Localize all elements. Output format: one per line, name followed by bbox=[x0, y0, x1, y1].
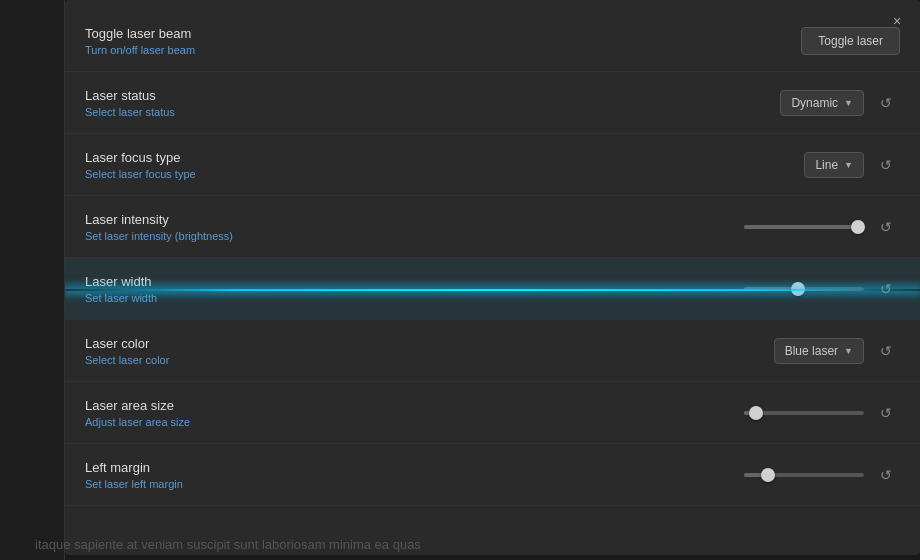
setting-title-laser-width: Laser width bbox=[85, 274, 720, 289]
setting-desc-laser-area-size: Adjust laser area size bbox=[85, 416, 720, 428]
settings-list: Toggle laser beamTurn on/off laser beamT… bbox=[65, 0, 920, 555]
setting-row-laser-area-size: Laser area sizeAdjust laser area size↺ bbox=[65, 382, 920, 444]
setting-desc-laser-color: Select laser color bbox=[85, 354, 720, 366]
setting-title-laser-focus-type: Laser focus type bbox=[85, 150, 720, 165]
slider-track-laser-width[interactable] bbox=[744, 287, 864, 291]
reset-button-laser-width[interactable]: ↺ bbox=[872, 275, 900, 303]
reset-button-laser-status[interactable]: ↺ bbox=[872, 89, 900, 117]
setting-desc-left-margin: Set laser left margin bbox=[85, 478, 720, 490]
setting-title-laser-intensity: Laser intensity bbox=[85, 212, 720, 227]
slider-thumb-left-margin[interactable] bbox=[761, 468, 775, 482]
toggle-laser-button[interactable]: Toggle laser bbox=[801, 27, 900, 55]
slider-track-left-margin[interactable] bbox=[744, 473, 864, 477]
dropdown-laser-status[interactable]: Dynamic▼ bbox=[780, 90, 864, 116]
slider-track-laser-area-size[interactable] bbox=[744, 411, 864, 415]
setting-desc-laser-intensity: Set laser intensity (brightness) bbox=[85, 230, 720, 242]
chevron-down-icon: ▼ bbox=[844, 160, 853, 170]
setting-row-laser-width: Laser widthSet laser width↺ bbox=[65, 258, 920, 320]
setting-desc-laser-focus-type: Select laser focus type bbox=[85, 168, 720, 180]
background-text: itaque sapiente at veniam suscipit sunt … bbox=[0, 529, 920, 560]
setting-title-laser-status: Laser status bbox=[85, 88, 720, 103]
reset-button-laser-focus-type[interactable]: ↺ bbox=[872, 151, 900, 179]
dropdown-laser-color[interactable]: Blue laser▼ bbox=[774, 338, 864, 364]
settings-panel: × Toggle laser beamTurn on/off laser bea… bbox=[65, 0, 920, 555]
setting-desc-laser-status: Select laser status bbox=[85, 106, 720, 118]
slider-track-laser-intensity[interactable] bbox=[744, 225, 864, 229]
reset-button-laser-intensity[interactable]: ↺ bbox=[872, 213, 900, 241]
reset-button-left-margin[interactable]: ↺ bbox=[872, 461, 900, 489]
setting-row-laser-intensity: Laser intensitySet laser intensity (brig… bbox=[65, 196, 920, 258]
setting-row-laser-status: Laser statusSelect laser statusDynamic▼↺ bbox=[65, 72, 920, 134]
sidebar bbox=[0, 0, 65, 560]
slider-thumb-laser-area-size[interactable] bbox=[749, 406, 763, 420]
setting-row-toggle-laser-beam: Toggle laser beamTurn on/off laser beamT… bbox=[65, 10, 920, 72]
chevron-down-icon: ▼ bbox=[844, 346, 853, 356]
setting-title-laser-color: Laser color bbox=[85, 336, 720, 351]
setting-title-left-margin: Left margin bbox=[85, 460, 720, 475]
dropdown-laser-focus-type[interactable]: Line▼ bbox=[804, 152, 864, 178]
setting-title-laser-area-size: Laser area size bbox=[85, 398, 720, 413]
slider-thumb-laser-intensity[interactable] bbox=[851, 220, 865, 234]
reset-button-laser-color[interactable]: ↺ bbox=[872, 337, 900, 365]
setting-row-laser-color: Laser colorSelect laser colorBlue laser▼… bbox=[65, 320, 920, 382]
reset-button-laser-area-size[interactable]: ↺ bbox=[872, 399, 900, 427]
chevron-down-icon: ▼ bbox=[844, 98, 853, 108]
setting-row-laser-focus-type: Laser focus typeSelect laser focus typeL… bbox=[65, 134, 920, 196]
setting-title-toggle-laser-beam: Toggle laser beam bbox=[85, 26, 720, 41]
setting-desc-toggle-laser-beam: Turn on/off laser beam bbox=[85, 44, 720, 56]
slider-thumb-laser-width[interactable] bbox=[791, 282, 805, 296]
setting-row-left-margin: Left marginSet laser left margin↺ bbox=[65, 444, 920, 506]
setting-desc-laser-width: Set laser width bbox=[85, 292, 720, 304]
